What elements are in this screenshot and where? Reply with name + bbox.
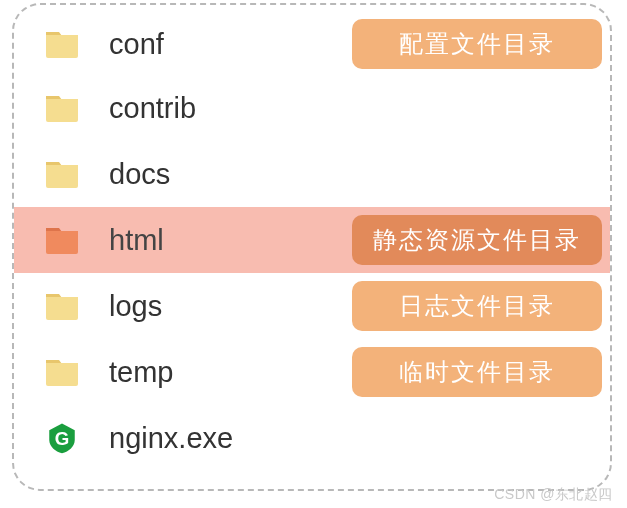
folder-icon <box>14 357 109 387</box>
folder-icon <box>14 93 109 123</box>
file-row[interactable]: html 静态资源文件目录 <box>14 207 610 273</box>
file-row[interactable]: contrib <box>14 75 610 141</box>
folder-icon <box>14 291 109 321</box>
app-icon: G <box>14 421 109 455</box>
file-row[interactable]: G nginx.exe <box>14 405 610 481</box>
folder-icon <box>14 225 109 255</box>
file-row[interactable]: logs 日志文件目录 <box>14 273 610 339</box>
annotation-label: 静态资源文件目录 <box>352 215 602 265</box>
file-name: docs <box>109 158 319 191</box>
file-name: nginx.exe <box>109 422 319 455</box>
file-name: temp <box>109 356 319 389</box>
file-name: conf <box>109 28 319 61</box>
folder-icon <box>14 159 109 189</box>
file-name: contrib <box>109 92 319 125</box>
annotation-label: 临时文件目录 <box>352 347 602 397</box>
file-row[interactable]: temp 临时文件目录 <box>14 339 610 405</box>
file-row[interactable]: docs <box>14 141 610 207</box>
watermark-text: CSDN @东北赵四 <box>494 486 613 504</box>
file-name: html <box>109 224 319 257</box>
svg-text:G: G <box>54 428 69 449</box>
annotation-label: 配置文件目录 <box>352 19 602 69</box>
file-list-container: conf 配置文件目录 contrib docs html 静态资 <box>12 3 612 491</box>
file-row[interactable]: conf 配置文件目录 <box>14 5 610 75</box>
annotation-label: 日志文件目录 <box>352 281 602 331</box>
file-name: logs <box>109 290 319 323</box>
folder-icon <box>14 29 109 59</box>
